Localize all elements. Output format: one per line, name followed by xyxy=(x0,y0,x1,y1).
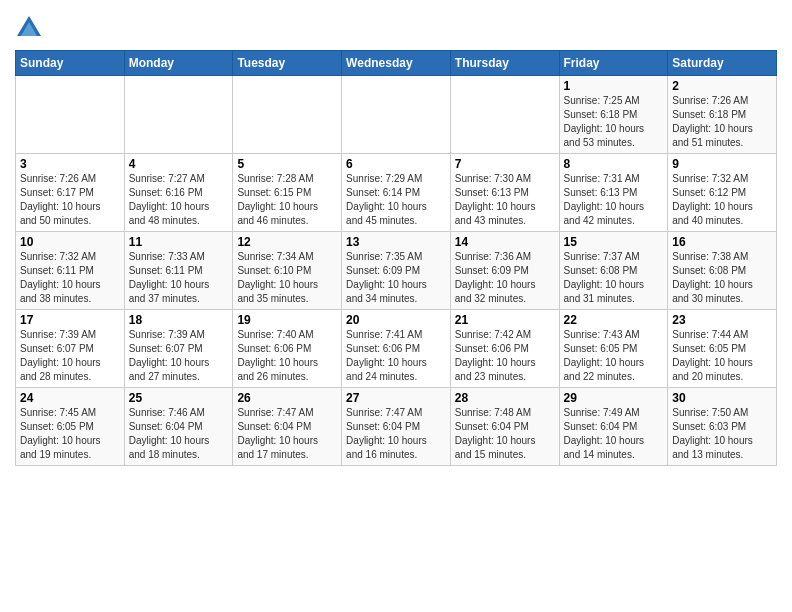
calendar-cell: 27Sunrise: 7:47 AMSunset: 6:04 PMDayligh… xyxy=(342,388,451,466)
day-number: 20 xyxy=(346,313,446,327)
day-number: 1 xyxy=(564,79,664,93)
day-info: Sunrise: 7:33 AMSunset: 6:11 PMDaylight:… xyxy=(129,250,229,306)
weekday-header-friday: Friday xyxy=(559,51,668,76)
day-number: 17 xyxy=(20,313,120,327)
calendar-cell: 2Sunrise: 7:26 AMSunset: 6:18 PMDaylight… xyxy=(668,76,777,154)
calendar-cell: 5Sunrise: 7:28 AMSunset: 6:15 PMDaylight… xyxy=(233,154,342,232)
day-number: 3 xyxy=(20,157,120,171)
calendar-week-3: 10Sunrise: 7:32 AMSunset: 6:11 PMDayligh… xyxy=(16,232,777,310)
calendar-week-5: 24Sunrise: 7:45 AMSunset: 6:05 PMDayligh… xyxy=(16,388,777,466)
calendar-cell: 13Sunrise: 7:35 AMSunset: 6:09 PMDayligh… xyxy=(342,232,451,310)
calendar-cell: 22Sunrise: 7:43 AMSunset: 6:05 PMDayligh… xyxy=(559,310,668,388)
weekday-header-wednesday: Wednesday xyxy=(342,51,451,76)
day-info: Sunrise: 7:39 AMSunset: 6:07 PMDaylight:… xyxy=(129,328,229,384)
calendar-cell: 29Sunrise: 7:49 AMSunset: 6:04 PMDayligh… xyxy=(559,388,668,466)
calendar-cell xyxy=(233,76,342,154)
calendar-cell: 12Sunrise: 7:34 AMSunset: 6:10 PMDayligh… xyxy=(233,232,342,310)
day-number: 27 xyxy=(346,391,446,405)
day-number: 25 xyxy=(129,391,229,405)
calendar-cell: 25Sunrise: 7:46 AMSunset: 6:04 PMDayligh… xyxy=(124,388,233,466)
day-number: 5 xyxy=(237,157,337,171)
calendar-cell: 3Sunrise: 7:26 AMSunset: 6:17 PMDaylight… xyxy=(16,154,125,232)
calendar-cell xyxy=(16,76,125,154)
calendar-cell: 15Sunrise: 7:37 AMSunset: 6:08 PMDayligh… xyxy=(559,232,668,310)
weekday-header-row: SundayMondayTuesdayWednesdayThursdayFrid… xyxy=(16,51,777,76)
calendar-week-2: 3Sunrise: 7:26 AMSunset: 6:17 PMDaylight… xyxy=(16,154,777,232)
weekday-header-tuesday: Tuesday xyxy=(233,51,342,76)
calendar-cell xyxy=(342,76,451,154)
day-number: 14 xyxy=(455,235,555,249)
day-info: Sunrise: 7:37 AMSunset: 6:08 PMDaylight:… xyxy=(564,250,664,306)
day-info: Sunrise: 7:50 AMSunset: 6:03 PMDaylight:… xyxy=(672,406,772,462)
day-number: 10 xyxy=(20,235,120,249)
calendar-cell: 14Sunrise: 7:36 AMSunset: 6:09 PMDayligh… xyxy=(450,232,559,310)
day-info: Sunrise: 7:36 AMSunset: 6:09 PMDaylight:… xyxy=(455,250,555,306)
day-number: 26 xyxy=(237,391,337,405)
day-number: 13 xyxy=(346,235,446,249)
day-info: Sunrise: 7:40 AMSunset: 6:06 PMDaylight:… xyxy=(237,328,337,384)
day-info: Sunrise: 7:49 AMSunset: 6:04 PMDaylight:… xyxy=(564,406,664,462)
day-number: 8 xyxy=(564,157,664,171)
day-info: Sunrise: 7:42 AMSunset: 6:06 PMDaylight:… xyxy=(455,328,555,384)
calendar-cell: 30Sunrise: 7:50 AMSunset: 6:03 PMDayligh… xyxy=(668,388,777,466)
weekday-header-monday: Monday xyxy=(124,51,233,76)
day-info: Sunrise: 7:38 AMSunset: 6:08 PMDaylight:… xyxy=(672,250,772,306)
day-number: 12 xyxy=(237,235,337,249)
day-info: Sunrise: 7:32 AMSunset: 6:11 PMDaylight:… xyxy=(20,250,120,306)
calendar-cell: 20Sunrise: 7:41 AMSunset: 6:06 PMDayligh… xyxy=(342,310,451,388)
day-info: Sunrise: 7:44 AMSunset: 6:05 PMDaylight:… xyxy=(672,328,772,384)
day-info: Sunrise: 7:25 AMSunset: 6:18 PMDaylight:… xyxy=(564,94,664,150)
day-number: 23 xyxy=(672,313,772,327)
calendar-cell: 4Sunrise: 7:27 AMSunset: 6:16 PMDaylight… xyxy=(124,154,233,232)
calendar-cell: 9Sunrise: 7:32 AMSunset: 6:12 PMDaylight… xyxy=(668,154,777,232)
day-info: Sunrise: 7:27 AMSunset: 6:16 PMDaylight:… xyxy=(129,172,229,228)
day-info: Sunrise: 7:30 AMSunset: 6:13 PMDaylight:… xyxy=(455,172,555,228)
calendar-cell: 23Sunrise: 7:44 AMSunset: 6:05 PMDayligh… xyxy=(668,310,777,388)
day-number: 19 xyxy=(237,313,337,327)
calendar-cell: 18Sunrise: 7:39 AMSunset: 6:07 PMDayligh… xyxy=(124,310,233,388)
day-info: Sunrise: 7:26 AMSunset: 6:17 PMDaylight:… xyxy=(20,172,120,228)
day-number: 24 xyxy=(20,391,120,405)
day-info: Sunrise: 7:48 AMSunset: 6:04 PMDaylight:… xyxy=(455,406,555,462)
calendar-cell: 1Sunrise: 7:25 AMSunset: 6:18 PMDaylight… xyxy=(559,76,668,154)
day-info: Sunrise: 7:43 AMSunset: 6:05 PMDaylight:… xyxy=(564,328,664,384)
day-number: 21 xyxy=(455,313,555,327)
calendar-cell: 24Sunrise: 7:45 AMSunset: 6:05 PMDayligh… xyxy=(16,388,125,466)
day-info: Sunrise: 7:47 AMSunset: 6:04 PMDaylight:… xyxy=(237,406,337,462)
day-number: 16 xyxy=(672,235,772,249)
day-info: Sunrise: 7:29 AMSunset: 6:14 PMDaylight:… xyxy=(346,172,446,228)
day-info: Sunrise: 7:41 AMSunset: 6:06 PMDaylight:… xyxy=(346,328,446,384)
calendar-cell: 11Sunrise: 7:33 AMSunset: 6:11 PMDayligh… xyxy=(124,232,233,310)
day-number: 2 xyxy=(672,79,772,93)
calendar-week-4: 17Sunrise: 7:39 AMSunset: 6:07 PMDayligh… xyxy=(16,310,777,388)
calendar-cell: 6Sunrise: 7:29 AMSunset: 6:14 PMDaylight… xyxy=(342,154,451,232)
calendar-cell: 28Sunrise: 7:48 AMSunset: 6:04 PMDayligh… xyxy=(450,388,559,466)
calendar-cell: 21Sunrise: 7:42 AMSunset: 6:06 PMDayligh… xyxy=(450,310,559,388)
day-info: Sunrise: 7:31 AMSunset: 6:13 PMDaylight:… xyxy=(564,172,664,228)
day-number: 29 xyxy=(564,391,664,405)
calendar-cell: 7Sunrise: 7:30 AMSunset: 6:13 PMDaylight… xyxy=(450,154,559,232)
calendar-cell: 17Sunrise: 7:39 AMSunset: 6:07 PMDayligh… xyxy=(16,310,125,388)
calendar-cell: 16Sunrise: 7:38 AMSunset: 6:08 PMDayligh… xyxy=(668,232,777,310)
day-number: 7 xyxy=(455,157,555,171)
calendar-cell: 26Sunrise: 7:47 AMSunset: 6:04 PMDayligh… xyxy=(233,388,342,466)
calendar-cell xyxy=(124,76,233,154)
day-number: 28 xyxy=(455,391,555,405)
day-number: 11 xyxy=(129,235,229,249)
page-container: SundayMondayTuesdayWednesdayThursdayFrid… xyxy=(0,0,792,481)
calendar-table: SundayMondayTuesdayWednesdayThursdayFrid… xyxy=(15,50,777,466)
day-info: Sunrise: 7:46 AMSunset: 6:04 PMDaylight:… xyxy=(129,406,229,462)
day-number: 9 xyxy=(672,157,772,171)
header xyxy=(15,10,777,42)
day-info: Sunrise: 7:26 AMSunset: 6:18 PMDaylight:… xyxy=(672,94,772,150)
calendar-week-1: 1Sunrise: 7:25 AMSunset: 6:18 PMDaylight… xyxy=(16,76,777,154)
weekday-header-thursday: Thursday xyxy=(450,51,559,76)
day-info: Sunrise: 7:47 AMSunset: 6:04 PMDaylight:… xyxy=(346,406,446,462)
day-number: 22 xyxy=(564,313,664,327)
weekday-header-saturday: Saturday xyxy=(668,51,777,76)
day-info: Sunrise: 7:34 AMSunset: 6:10 PMDaylight:… xyxy=(237,250,337,306)
day-number: 4 xyxy=(129,157,229,171)
day-info: Sunrise: 7:32 AMSunset: 6:12 PMDaylight:… xyxy=(672,172,772,228)
day-number: 30 xyxy=(672,391,772,405)
day-number: 15 xyxy=(564,235,664,249)
